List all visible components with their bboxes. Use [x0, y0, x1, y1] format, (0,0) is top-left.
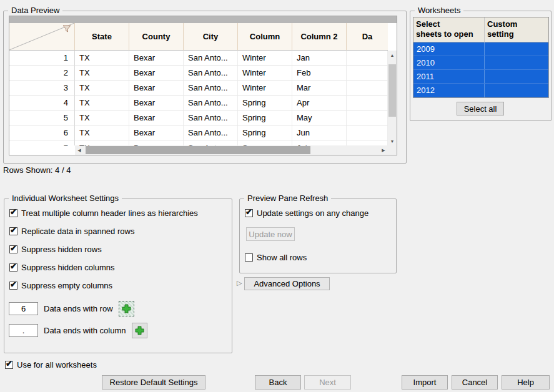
data-ends-with-row-setting: Data ends with row — [9, 301, 134, 316]
scroll-down-icon[interactable]: ▼ — [388, 137, 397, 145]
checkbox-box — [245, 209, 253, 217]
help-button[interactable]: Help — [502, 375, 550, 390]
checkbox-box — [5, 361, 13, 369]
checkbox-use-for-all-worksheets[interactable]: Use for all worksheets — [5, 360, 97, 370]
worksheet-row-2010[interactable]: 2010 — [413, 56, 548, 70]
preview-pane-refresh-group: Preview Pane Refresh Update settings on … — [239, 198, 397, 273]
cell — [347, 140, 388, 145]
checkbox-update-on-change[interactable]: Update settings on any change — [245, 208, 369, 218]
table-row[interactable]: 3 TX Bexar San Anto... Winter Mar — [9, 81, 388, 96]
checkbox-box — [245, 253, 253, 262]
preview-refresh-title: Preview Pane Refresh — [244, 194, 331, 203]
worksheets-group: Worksheets Select sheets to open Custom … — [410, 11, 552, 121]
checkbox-suppress-hidden-columns[interactable]: Suppress hidden columns — [9, 263, 115, 272]
table-row[interactable]: 6 TX Bexar San Anto... Spring Jun — [9, 125, 388, 140]
cell: Jul — [292, 140, 347, 145]
checkbox-box — [9, 209, 17, 217]
table-row[interactable]: 2 TX Bexar San Anto... Winter Feb — [9, 66, 388, 81]
checkbox-suppress-hidden-rows[interactable]: Suppress hidden rows — [9, 245, 102, 254]
checkbox-suppress-empty-columns[interactable]: Suppress empty columns — [9, 281, 112, 290]
worksheet-row-2012[interactable]: 2012 — [413, 84, 548, 97]
checkbox-box — [9, 227, 17, 235]
header-corner-cell[interactable] — [9, 23, 75, 51]
cell: San Anto... — [184, 110, 238, 125]
cell — [347, 96, 388, 110]
vertical-scrollbar[interactable]: ▲ ▼ — [388, 51, 397, 145]
cell: Apr — [292, 96, 347, 110]
advanced-options-button[interactable]: Advanced Options — [244, 277, 330, 290]
cell: Jun — [292, 125, 347, 140]
column-header-city[interactable]: City — [184, 23, 238, 51]
add-column-end-button[interactable] — [132, 323, 147, 338]
back-button[interactable]: Back — [255, 375, 301, 390]
checkbox-header-hierarchies[interactable]: Treat multiple column header lines as hi… — [9, 208, 198, 218]
checkbox-box — [9, 282, 17, 290]
add-row-end-button[interactable] — [119, 301, 134, 316]
column-header-column2[interactable]: Column 2 — [292, 23, 347, 51]
cell: Jan — [292, 51, 347, 66]
cell: San Anto... — [184, 81, 238, 96]
checkbox-box — [9, 245, 17, 253]
horizontal-scrollbar-thumb[interactable] — [86, 146, 310, 154]
cell: Summer — [238, 140, 292, 145]
cell: TX — [75, 81, 129, 96]
data-ends-column-field[interactable] — [9, 324, 38, 337]
checkbox-label: Suppress hidden rows — [21, 245, 102, 254]
worksheets-col-header-select: Select sheets to open — [413, 17, 485, 42]
next-button[interactable]: Next — [304, 375, 351, 390]
worksheet-row-2011[interactable]: 2011 — [413, 70, 548, 84]
column-header-date[interactable]: Da — [347, 23, 388, 51]
worksheet-name: 2009 — [413, 42, 485, 56]
data-preview-group: Data Preview State County City Column Co… — [3, 11, 407, 164]
cell: Spring — [238, 110, 292, 125]
update-now-button[interactable]: Update now — [246, 227, 295, 241]
import-button[interactable]: Import — [402, 375, 448, 390]
cell: TX — [75, 140, 129, 145]
worksheet-name: 2012 — [413, 84, 485, 97]
plus-icon — [122, 304, 131, 313]
cancel-button[interactable]: Cancel — [452, 375, 498, 390]
checkbox-label: Show all rows — [257, 253, 307, 262]
worksheet-custom-setting — [485, 70, 548, 83]
cell: San Anto... — [184, 66, 238, 81]
checkbox-replicate-spanned[interactable]: Replicate data in spanned rows — [9, 227, 134, 236]
worksheet-custom-setting — [485, 42, 548, 56]
worksheets-col-header-custom: Custom setting — [485, 17, 548, 42]
table-row[interactable]: 1 TX Bexar San Anto... Winter Jan — [9, 51, 388, 66]
cell: San Anto... — [184, 140, 238, 145]
worksheets-header-row: Select sheets to open Custom setting — [413, 17, 548, 42]
restore-default-settings-button[interactable]: Restore Default Settings — [102, 375, 205, 390]
cell: San Anto... — [184, 125, 238, 140]
checkbox-label: Replicate data in spanned rows — [21, 227, 134, 236]
scroll-right-icon[interactable]: ▶ — [379, 145, 388, 155]
vertical-scrollbar-thumb[interactable] — [388, 64, 396, 117]
data-ends-row-field[interactable] — [9, 302, 38, 315]
column-header-column[interactable]: Column — [238, 23, 292, 51]
row-number: 2 — [9, 66, 75, 81]
cell: TX — [75, 66, 129, 81]
checkbox-label: Use for all worksheets — [17, 360, 97, 370]
table-body: 1 TX Bexar San Anto... Winter Jan 2 TX B… — [9, 51, 388, 145]
cell — [347, 51, 388, 66]
column-header-county[interactable]: County — [129, 23, 184, 51]
horizontal-scrollbar[interactable]: ◀ ▶ — [75, 145, 388, 155]
cell: Spring — [238, 125, 292, 140]
checkbox-label: Treat multiple column header lines as hi… — [21, 208, 198, 218]
disclosure-triangle-icon[interactable]: ▷ — [237, 279, 242, 287]
select-all-button[interactable]: Select all — [457, 102, 504, 115]
row-number: 1 — [9, 51, 75, 66]
table-header-row: State County City Column Column 2 Da — [9, 23, 388, 51]
table-row[interactable]: 5 TX Bexar San Anto... Spring May — [9, 110, 388, 125]
cell: Bexar — [129, 66, 184, 81]
checkbox-show-all-rows[interactable]: Show all rows — [245, 253, 307, 262]
column-header-state[interactable]: State — [75, 23, 129, 51]
cell: Spring — [238, 96, 292, 110]
scroll-up-icon[interactable]: ▲ — [388, 51, 397, 59]
cell: May — [292, 110, 347, 125]
cell: Winter — [238, 81, 292, 96]
worksheet-row-2009[interactable]: 2009 — [413, 42, 548, 56]
table-row[interactable]: 7 TX Bexar San Anto... Summer Jul — [9, 140, 388, 145]
scroll-left-icon[interactable]: ◀ — [75, 145, 84, 155]
table-row[interactable]: 4 TX Bexar San Anto... Spring Apr — [9, 96, 388, 110]
cell: Bexar — [129, 81, 184, 96]
